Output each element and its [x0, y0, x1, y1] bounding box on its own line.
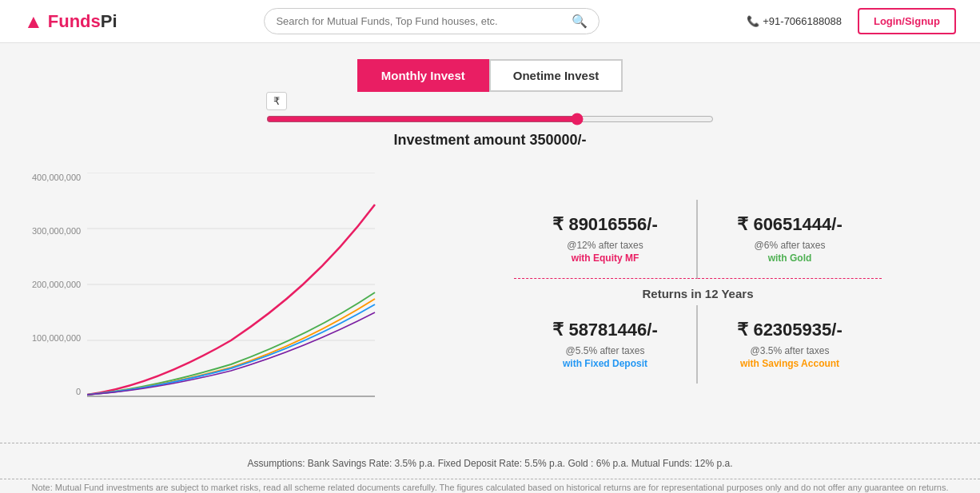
y-label-300m: 300,000,000 — [32, 226, 81, 236]
phone-number: 📞 +91-7066188088 — [747, 15, 842, 27]
gold-amount: ₹ 60651444/- — [715, 214, 864, 235]
phone-icon: 📞 — [747, 15, 759, 27]
returns-grid: ₹ 89016556/- @12% after taxes with Equit… — [514, 200, 882, 384]
equity-rate: @12% after taxes — [532, 240, 679, 251]
login-signup-button[interactable]: Login/Signup — [858, 8, 956, 34]
fd-amount: ₹ 58781446/- — [532, 320, 679, 340]
y-axis: 0 100,000,000 200,000,000 300,000,000 40… — [32, 173, 87, 396]
search-bar: 🔍 — [264, 8, 600, 34]
chart-wrapper: 0 100,000,000 200,000,000 300,000,000 40… — [32, 173, 440, 411]
header: ▲ FundsPi 🔍 📞 +91-7066188088 Login/Signu… — [0, 0, 980, 43]
investment-amount-label: Investment amount 350000/- — [393, 132, 586, 149]
footer-disclaimer: Note: Mutual Fund investments are subjec… — [0, 479, 980, 493]
y-label-0: 0 — [32, 387, 81, 396]
rupee-badge: ₹ — [266, 92, 287, 110]
gold-cell: ₹ 60651444/- @6% after taxes with Gold — [698, 200, 882, 279]
equity-amount: ₹ 89016556/- — [532, 214, 679, 235]
gold-rate: @6% after taxes — [715, 240, 864, 251]
gold-type: with Gold — [715, 252, 864, 264]
investment-range-slider[interactable] — [266, 113, 714, 125]
y-label-400m: 400,000,000 — [32, 173, 81, 182]
equity-type: with Equity MF — [532, 252, 679, 264]
savings-cell: ₹ 62305935/- @3.5% after taxes with Savi… — [698, 305, 882, 384]
footer-assumptions: Assumptions: Bank Savings Rate: 3.5% p.a… — [0, 453, 980, 474]
fd-rate: @5.5% after taxes — [532, 345, 679, 356]
fd-type: with Fixed Deposit — [532, 358, 679, 369]
invest-type-toggle: Monthly Invest Onetime Invest — [0, 59, 980, 92]
logo-icon: ▲ — [24, 10, 43, 33]
content-area: 0 100,000,000 200,000,000 300,000,000 40… — [0, 165, 980, 419]
onetime-invest-tab[interactable]: Onetime Invest — [489, 59, 623, 92]
logo[interactable]: ▲ FundsPi — [24, 10, 118, 33]
main: Monthly Invest Onetime Invest ₹ Investme… — [0, 43, 980, 493]
returns-panel: ₹ 89016556/- @12% after taxes with Equit… — [448, 165, 948, 419]
slider-container: ₹ — [266, 100, 714, 125]
returns-period-label: Returns in 12 Years — [514, 279, 882, 305]
fd-cell: ₹ 58781446/- @5.5% after taxes with Fixe… — [514, 305, 698, 384]
equity-mf-cell: ₹ 89016556/- @12% after taxes with Equit… — [514, 200, 698, 279]
y-label-200m: 200,000,000 — [32, 280, 81, 289]
chart-svg — [87, 173, 440, 411]
monthly-invest-tab[interactable]: Monthly Invest — [357, 59, 489, 92]
search-icon: 🔍 — [572, 14, 588, 29]
savings-rate: @3.5% after taxes — [715, 345, 864, 356]
savings-amount: ₹ 62305935/- — [715, 320, 864, 340]
logo-text: FundsPi — [48, 11, 118, 32]
chart-area: 0 100,000,000 200,000,000 300,000,000 40… — [32, 165, 448, 419]
savings-type: with Savings Account — [715, 358, 864, 369]
footer: Assumptions: Bank Savings Rate: 3.5% p.a… — [0, 443, 980, 493]
investment-slider-section: ₹ Investment amount 350000/- — [0, 100, 980, 157]
y-label-100m: 100,000,000 — [32, 333, 81, 343]
search-input[interactable] — [276, 15, 572, 27]
